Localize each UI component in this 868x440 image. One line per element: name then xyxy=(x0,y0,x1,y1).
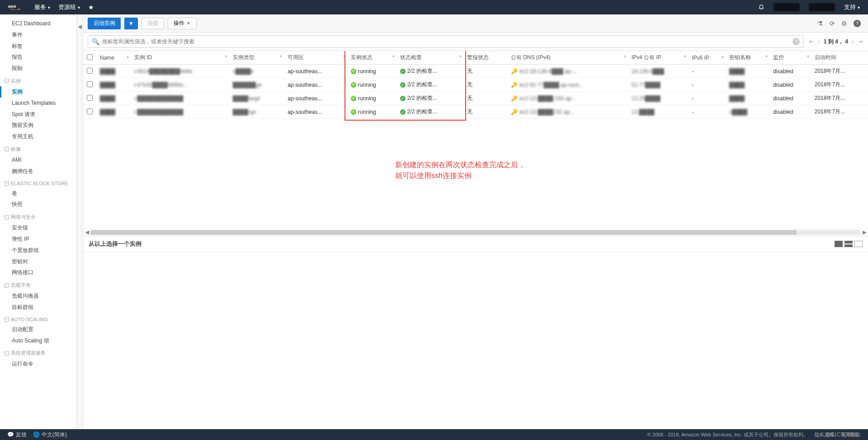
cell-instance-type: ████rge xyxy=(229,105,284,119)
sidebar-reports[interactable]: 报告 xyxy=(0,51,76,63)
col-status-check[interactable]: 状态检查▾ xyxy=(396,51,463,65)
page-first-icon[interactable]: ⇤ xyxy=(808,38,815,45)
scroll-right-arrow[interactable]: ▶ xyxy=(861,229,868,236)
sidebar-item-key-pairs[interactable]: 密钥对 xyxy=(0,256,76,267)
sidebar-group-load-balancing[interactable]: –负载平衡 xyxy=(0,278,76,290)
detail-panel-title: 从以上选择一个实例 xyxy=(89,240,142,248)
cell-ipv6: - xyxy=(688,105,726,119)
scroll-thumb[interactable] xyxy=(90,230,797,235)
col-instance-id[interactable]: 实例 ID▾ xyxy=(131,51,229,65)
detail-view-stacked-icon[interactable] xyxy=(835,241,843,247)
scroll-left-arrow[interactable]: ◀ xyxy=(83,229,90,236)
cell-alarm: 无 xyxy=(463,78,507,92)
sidebar-ec2-dashboard[interactable]: EC2 Dashboard xyxy=(0,18,76,29)
sidebar-item-spot-requests[interactable]: Spot 请求 xyxy=(0,109,76,120)
sidebar-item-dedicated-hosts[interactable]: 专用主机 xyxy=(0,131,76,142)
actions-dropdown-button[interactable]: 操作 ▼ xyxy=(168,18,197,29)
sidebar-item-launch-configurations[interactable]: 启动配置 xyxy=(0,324,76,335)
help-icon[interactable]: ? xyxy=(854,20,861,27)
search-input[interactable] xyxy=(102,38,790,45)
sidebar-group-ebs[interactable]: –ELASTIC BLOCK STORE xyxy=(0,177,76,188)
sidebar-item-network-interfaces[interactable]: 网络接口 xyxy=(0,267,76,278)
sidebar-item-snapshots[interactable]: 快照 xyxy=(0,199,76,210)
page-prev-icon[interactable]: ‹ xyxy=(817,38,821,45)
detail-view-split-icon[interactable] xyxy=(844,241,853,247)
col-public-ip[interactable]: IPv4 公有 IP▾ xyxy=(628,51,689,65)
sidebar-item-target-groups[interactable]: 目标群组 xyxy=(0,302,76,313)
sidebar-item-volumes[interactable]: 卷 xyxy=(0,188,76,199)
cell-public-dns: 🔑ec2-18-136-6███.ap-... xyxy=(507,65,628,78)
col-az[interactable]: 可用区▾ xyxy=(284,51,347,65)
col-ipv6[interactable]: IPv6 IP▾ xyxy=(688,51,726,65)
cell-status-check: ✓2/2 的检查... xyxy=(396,105,463,119)
detail-panel-header: 从以上选择一个实例 xyxy=(83,236,868,252)
sidebar-item-bundle-tasks[interactable]: 捆绑任务 xyxy=(0,166,76,177)
key-icon: 🔑 xyxy=(511,82,518,88)
cell-state: running xyxy=(347,105,396,119)
launch-instance-button[interactable]: 启动实例 xyxy=(88,18,121,29)
notifications-bell-icon[interactable] xyxy=(758,4,764,11)
sidebar-group-ssm[interactable]: –系统管理器服务 xyxy=(0,346,76,358)
launch-instance-dropdown[interactable]: ▼ xyxy=(124,18,138,29)
resource-groups-menu[interactable]: 资源组▾ xyxy=(58,3,80,11)
sidebar-group-auto-scaling[interactable]: –AUTO SCALING xyxy=(0,313,76,324)
horizontal-scrollbar[interactable]: ◀ ▶ xyxy=(83,229,868,236)
row-checkbox[interactable] xyxy=(87,68,93,74)
sidebar-limits[interactable]: 限制 xyxy=(0,63,76,74)
annotation-text: 新创建的实例在两次状态检查完成之后， 就可以使用ssh连接实例 xyxy=(395,159,525,181)
pin-star-icon[interactable]: ★ xyxy=(88,4,94,11)
detail-view-full-icon[interactable] xyxy=(854,241,863,247)
col-name[interactable]: Name▾ xyxy=(96,51,131,65)
services-menu[interactable]: 服务▾ xyxy=(34,3,50,11)
check-pass-icon: ✓ xyxy=(400,109,406,115)
table-row[interactable]: ████ i-████████████ ████rge ap-southeas.… xyxy=(83,105,868,119)
sidebar-item-reserved-instances[interactable]: 预留实例 xyxy=(0,120,76,131)
sidebar-collapse-toggle[interactable]: ◀ xyxy=(77,14,83,429)
sidebar-item-elastic-ips[interactable]: 弹性 IP xyxy=(0,234,76,245)
select-all-checkbox[interactable] xyxy=(87,54,93,60)
col-state[interactable]: 实例状态▾ xyxy=(347,51,396,65)
sidebar-item-ami[interactable]: AMI xyxy=(0,154,76,166)
col-public-dns[interactable]: 公有 DNS (IPv4)▾ xyxy=(507,51,628,65)
table-row[interactable]: ████ i-████████████ ████large ap-southea… xyxy=(83,92,868,105)
sidebar-item-run-command[interactable]: 运行命令 xyxy=(0,358,76,370)
page-next-icon[interactable]: › xyxy=(851,38,854,45)
account-label-redacted[interactable]: ████ xyxy=(774,3,800,11)
col-key-name[interactable]: 密钥名称▾ xyxy=(726,51,769,65)
row-checkbox[interactable] xyxy=(87,81,93,87)
cell-instance-id: i-████████████ xyxy=(131,92,229,105)
sidebar-item-launch-templates[interactable]: Launch Templates xyxy=(0,98,76,109)
col-launch-time[interactable]: 启动时间 xyxy=(811,51,868,65)
col-monitoring[interactable]: 监控▾ xyxy=(769,51,811,65)
refresh-icon[interactable]: ⟳ xyxy=(830,20,835,27)
row-checkbox[interactable] xyxy=(87,95,93,101)
sidebar-events[interactable]: 事件 xyxy=(0,29,76,41)
sidebar-item-load-balancers[interactable]: 负载均衡器 xyxy=(0,290,76,302)
search-input-wrap[interactable]: 🔍 ? xyxy=(88,35,804,48)
sidebar-item-placement-groups[interactable]: 个置放群组 xyxy=(0,245,76,256)
cell-public-ip: 52.77████ xyxy=(628,78,689,92)
aws-logo[interactable]: aws xyxy=(8,2,26,12)
cell-launch-time: 2018年7月... xyxy=(811,65,868,78)
table-row[interactable]: ████ i-07b30████0898d... ██████ge ap-sou… xyxy=(83,78,868,92)
experiments-flask-icon[interactable]: ⚗ xyxy=(817,20,823,27)
sidebar-group-network-security[interactable]: –网络与安全 xyxy=(0,210,76,222)
region-label-redacted[interactable]: ████ xyxy=(809,3,835,11)
sidebar-item-auto-scaling-groups[interactable]: Auto Scaling 组 xyxy=(0,335,76,346)
col-alarm[interactable]: 警报状态 xyxy=(463,51,507,65)
sidebar-item-security-groups[interactable]: 安全组 xyxy=(0,222,76,234)
cell-alarm: 无 xyxy=(463,65,507,78)
connect-button[interactable]: 连接 xyxy=(142,18,164,29)
search-help-icon[interactable]: ? xyxy=(793,38,800,45)
sidebar-group-images[interactable]: –映像 xyxy=(0,142,76,154)
sidebar-tags[interactable]: 标签 xyxy=(0,41,76,52)
page-last-icon[interactable]: ⇥ xyxy=(857,38,863,45)
sidebar-item-instances[interactable]: 实例 xyxy=(0,86,76,98)
col-instance-type[interactable]: 实例类型▾ xyxy=(229,51,284,65)
sidebar-group-instances[interactable]: –实例 xyxy=(0,74,76,86)
running-status-icon xyxy=(351,109,356,115)
settings-gear-icon[interactable]: ⚙ xyxy=(841,20,847,27)
support-menu[interactable]: 支持▾ xyxy=(844,3,860,11)
row-checkbox[interactable] xyxy=(87,108,93,114)
table-row[interactable]: ████ i-0614████████8e8a x████e ap-southe… xyxy=(83,65,868,78)
